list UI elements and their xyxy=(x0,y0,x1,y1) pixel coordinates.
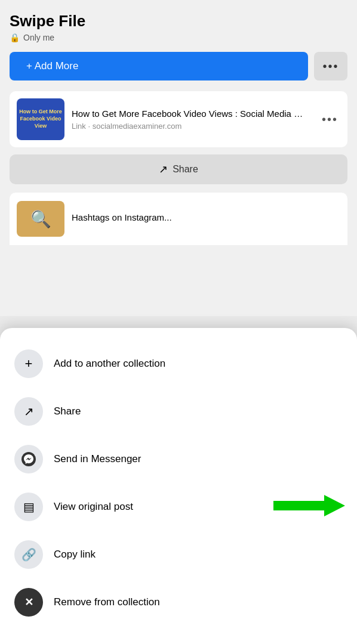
background-area: Swipe File 🔒 Only me + Add More ••• How … xyxy=(0,0,357,316)
thumbnail-text-1: How to Get More Facebook Video View xyxy=(19,109,62,129)
menu-item-share[interactable]: ↗ Share xyxy=(0,388,357,435)
share-icon: ↗ xyxy=(159,163,168,176)
lock-icon: 🔒 xyxy=(10,33,20,42)
add-collection-icon-circle: + xyxy=(14,349,43,378)
privacy-label: Only me xyxy=(23,33,54,42)
item-info-1: How to Get More Facebook Video Views : S… xyxy=(72,108,312,131)
link-icon: 🔗 xyxy=(21,547,36,562)
share-bar-label: Share xyxy=(173,164,198,175)
share-icon-circle: ↗ xyxy=(14,397,43,426)
item-thumbnail-2: 🔍 xyxy=(17,201,64,237)
page-title: Swipe File xyxy=(10,12,347,30)
remove-label: Remove from collection xyxy=(54,596,160,608)
plus-icon: + xyxy=(25,356,33,371)
green-arrow-indicator xyxy=(273,495,345,519)
more-options-button[interactable]: ••• xyxy=(314,52,347,80)
view-original-label: View original post xyxy=(54,501,133,513)
saved-item-1: How to Get More Facebook Video View How … xyxy=(10,91,347,147)
view-original-icon: ▤ xyxy=(23,500,35,514)
add-collection-label: Add to another collection xyxy=(54,358,165,370)
item-title-2: Hashtags on Instagram... xyxy=(72,212,340,224)
share-label: Share xyxy=(54,405,81,417)
messenger-icon xyxy=(21,451,36,467)
messenger-icon-circle xyxy=(14,445,43,473)
menu-item-view-original[interactable]: ▤ View original post xyxy=(0,483,357,531)
green-arrow-icon xyxy=(273,495,345,516)
menu-item-remove-collection[interactable]: ✕ Remove from collection xyxy=(0,578,357,626)
item-thumbnail-1: How to Get More Facebook Video View xyxy=(17,98,64,140)
menu-item-add-collection[interactable]: + Add to another collection xyxy=(0,340,357,388)
share-bar[interactable]: ↗ Share xyxy=(10,154,347,184)
x-icon: ✕ xyxy=(24,596,33,609)
item-title-1: How to Get More Facebook Video Views : S… xyxy=(72,108,312,120)
remove-icon-circle: ✕ xyxy=(14,588,43,617)
messenger-label: Send in Messenger xyxy=(54,453,141,465)
share-arrow-icon: ↗ xyxy=(24,404,34,419)
thumbnail-decoration-2: 🔍 xyxy=(30,209,51,229)
copy-link-label: Copy link xyxy=(54,549,96,561)
action-row: + Add More ••• xyxy=(10,52,347,80)
svg-point-0 xyxy=(21,452,36,466)
bottom-sheet: + Add to another collection ↗ Share Send… xyxy=(0,328,357,644)
view-original-icon-circle: ▤ xyxy=(14,493,43,521)
item-info-2: Hashtags on Instagram... xyxy=(72,212,340,226)
privacy-row: 🔒 Only me xyxy=(10,33,347,42)
item-more-button-1[interactable]: ••• xyxy=(319,110,340,129)
menu-item-copy-link[interactable]: 🔗 Copy link xyxy=(0,531,357,578)
menu-item-messenger[interactable]: Send in Messenger xyxy=(0,435,357,483)
saved-item-2: 🔍 Hashtags on Instagram... xyxy=(10,193,347,245)
item-meta-1: Link · socialmediaexaminer.com xyxy=(72,122,312,131)
copy-link-icon-circle: 🔗 xyxy=(14,540,43,569)
svg-marker-1 xyxy=(273,495,345,516)
add-more-button[interactable]: + Add More xyxy=(10,52,308,80)
